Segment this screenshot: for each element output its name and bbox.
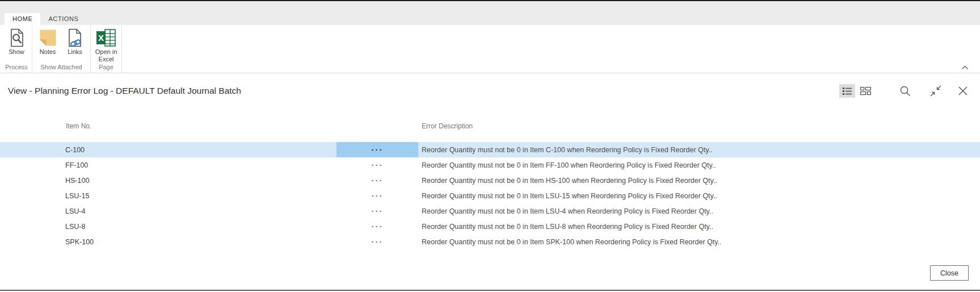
ribbon-group-page: X Open in Excel Page (91, 25, 122, 73)
item-no-cell[interactable]: LSU-15 (0, 188, 337, 203)
ribbon-tab-strip: HOME ACTIONS (0, 1, 980, 25)
collapse-window-icon[interactable] (929, 84, 943, 98)
assist-edit-button[interactable]: ··· (337, 188, 418, 203)
collapse-ribbon-chevron-up-icon[interactable] (961, 65, 969, 70)
error-description-cell[interactable]: Reorder Quantity must not be 0 in Item L… (418, 219, 980, 234)
table-row[interactable]: SPK-100 ··· Reorder Quantity must not be… (0, 234, 980, 249)
table-row[interactable]: LSU-15 ··· Reorder Quantity must not be … (0, 188, 980, 203)
item-no-cell[interactable]: FF-100 (0, 157, 337, 173)
error-log-grid: Item No. Error Description C-100 ··· Reo… (0, 122, 980, 249)
table-row[interactable]: LSU-4 ··· Reorder Quantity must not be 0… (0, 203, 980, 219)
table-row[interactable]: LSU-8 ··· Reorder Quantity must not be 0… (0, 219, 980, 234)
assist-edit-button[interactable]: ··· (337, 234, 418, 249)
error-description-cell[interactable]: Reorder Quantity must not be 0 in Item C… (418, 142, 980, 157)
search-icon[interactable] (899, 85, 911, 97)
show-icon (9, 28, 24, 48)
error-description-cell[interactable]: Reorder Quantity must not be 0 in Item F… (418, 157, 980, 173)
item-no-cell[interactable]: C-100 (0, 142, 337, 157)
item-no-cell[interactable]: HS-100 (0, 173, 337, 188)
svg-text:X: X (98, 33, 104, 43)
tab-actions[interactable]: ACTIONS (40, 13, 86, 25)
table-row[interactable]: C-100 ··· Reorder Quantity must not be 0… (0, 142, 980, 157)
excel-icon: X (96, 28, 116, 48)
column-header-error-description[interactable]: Error Description (418, 122, 980, 130)
page-header: View - Planning Error Log - DEFAULT Defa… (0, 73, 980, 104)
assist-edit-button[interactable]: ··· (337, 203, 418, 219)
item-no-cell[interactable]: LSU-8 (0, 219, 337, 234)
open-in-excel-button[interactable]: X Open in Excel (93, 28, 119, 62)
list-view-icon[interactable] (839, 84, 855, 98)
notes-button[interactable]: Notes (35, 28, 61, 56)
assist-edit-button[interactable]: ··· (337, 219, 418, 234)
notes-button-label: Notes (40, 48, 56, 56)
ribbon-group-label-page: Page (92, 63, 120, 73)
close-window-icon[interactable] (956, 84, 970, 98)
close-button[interactable]: Close (930, 265, 969, 281)
assist-edit-button[interactable]: ··· (337, 157, 418, 173)
item-no-cell[interactable]: SPK-100 (0, 234, 337, 249)
open-in-excel-button-label: Open in Excel (93, 48, 119, 62)
show-button[interactable]: Show (3, 28, 30, 56)
error-description-cell[interactable]: Reorder Quantity must not be 0 in Item L… (418, 203, 980, 219)
links-button[interactable]: Links (62, 28, 88, 56)
error-description-cell[interactable]: Reorder Quantity must not be 0 in Item H… (418, 173, 980, 188)
view-controls (839, 84, 970, 98)
assist-edit-button[interactable]: ··· (337, 173, 418, 188)
ribbon-tabs: HOME ACTIONS (5, 13, 87, 25)
column-header-item-no[interactable]: Item No. (0, 122, 337, 130)
links-button-label: Links (68, 48, 82, 56)
planning-error-log-window: HOME ACTIONS Show (0, 0, 980, 292)
grid-header: Item No. Error Description (0, 122, 980, 130)
show-button-label: Show (9, 48, 24, 56)
ribbon-group-show-attached: Notes Links (32, 25, 91, 73)
links-icon (67, 28, 83, 48)
ribbon-group-process: Show Process (1, 25, 32, 73)
item-no-cell[interactable]: LSU-4 (0, 203, 337, 219)
page-title: View - Planning Error Log - DEFAULT Defa… (8, 86, 241, 96)
window-bottom-border (0, 290, 980, 291)
tile-view-icon[interactable] (859, 84, 872, 98)
ribbon: Show Process Notes (0, 25, 980, 73)
table-row[interactable]: FF-100 ··· Reorder Quantity must not be … (0, 157, 980, 173)
error-description-cell[interactable]: Reorder Quantity must not be 0 in Item L… (418, 188, 980, 203)
table-row[interactable]: HS-100 ··· Reorder Quantity must not be … (0, 173, 980, 188)
ribbon-group-label-show-attached: Show Attached (34, 63, 89, 73)
tab-home[interactable]: HOME (5, 13, 40, 25)
assist-edit-button[interactable]: ··· (337, 142, 418, 157)
ribbon-group-label-process: Process (3, 63, 30, 73)
error-description-cell[interactable]: Reorder Quantity must not be 0 in Item S… (418, 234, 980, 249)
notes-icon (39, 28, 57, 48)
